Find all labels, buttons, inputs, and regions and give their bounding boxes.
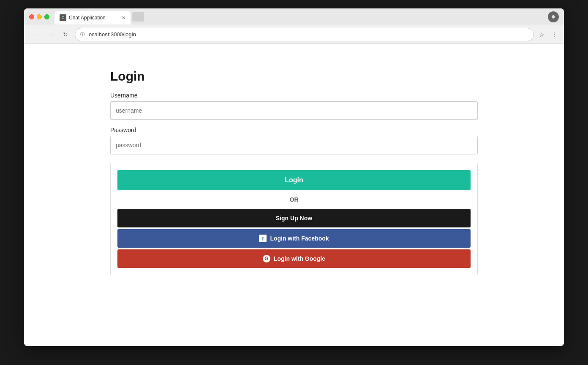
minimize-button[interactable] bbox=[37, 14, 42, 19]
username-input[interactable] bbox=[110, 101, 478, 120]
reload-button[interactable]: ↻ bbox=[60, 29, 71, 41]
or-divider: OR bbox=[117, 196, 471, 203]
browser-toolbar: ← → ↻ ⓘ localhost:3000/login ☆ ⋮ bbox=[24, 25, 564, 44]
page-title: Login bbox=[110, 69, 478, 84]
lock-icon: ⓘ bbox=[80, 31, 85, 38]
bookmark-icon[interactable]: ☆ bbox=[537, 30, 546, 40]
new-tab-button[interactable] bbox=[132, 12, 144, 22]
button-group: Login OR Sign Up Now f Login with Facebo… bbox=[110, 163, 478, 275]
tab-close-icon[interactable]: × bbox=[122, 15, 125, 21]
password-label: Password bbox=[110, 127, 478, 133]
more-options-icon[interactable]: ⋮ bbox=[550, 30, 559, 40]
page-content: Login Username Password Login OR Sign Up… bbox=[24, 44, 564, 346]
maximize-button[interactable] bbox=[44, 14, 49, 19]
facebook-login-button[interactable]: f Login with Facebook bbox=[117, 229, 471, 248]
url-display: localhost:3000/login bbox=[87, 31, 528, 38]
tab-title: Chat Application bbox=[69, 15, 120, 21]
facebook-icon: f bbox=[259, 235, 267, 242]
traffic-lights bbox=[29, 14, 49, 19]
browser-window: C Chat Application × ● ← → ↻ ⓘ localhost… bbox=[24, 8, 564, 346]
signup-button[interactable]: Sign Up Now bbox=[117, 209, 471, 227]
facebook-button-label: Login with Facebook bbox=[270, 235, 329, 242]
close-button[interactable] bbox=[29, 14, 34, 19]
back-button[interactable]: ← bbox=[29, 29, 41, 41]
google-button-label: Login with Google bbox=[274, 255, 325, 262]
forward-button[interactable]: → bbox=[44, 29, 56, 41]
profile-icon[interactable]: ● bbox=[548, 11, 559, 22]
active-tab[interactable]: C Chat Application × bbox=[54, 11, 131, 24]
tab-bar: C Chat Application × bbox=[54, 9, 548, 24]
google-login-button[interactable]: G Login with Google bbox=[117, 249, 471, 268]
login-button[interactable]: Login bbox=[117, 170, 471, 190]
username-label: Username bbox=[110, 92, 478, 99]
address-bar[interactable]: ⓘ localhost:3000/login bbox=[75, 28, 534, 41]
tab-favicon-icon: C bbox=[60, 14, 66, 21]
password-input[interactable] bbox=[110, 136, 478, 154]
google-icon: G bbox=[263, 255, 270, 262]
login-container: Login Username Password Login OR Sign Up… bbox=[55, 69, 533, 275]
browser-titlebar: C Chat Application × ● bbox=[24, 8, 564, 25]
